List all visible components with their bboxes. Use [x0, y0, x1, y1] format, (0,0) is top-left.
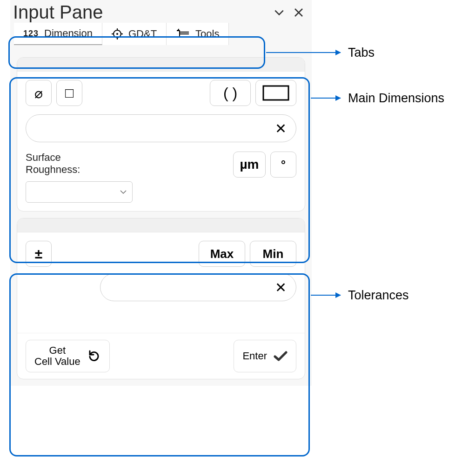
- frame-icon: [262, 85, 289, 101]
- plusminus-button[interactable]: ±: [26, 241, 52, 267]
- micron-icon: µm: [240, 157, 259, 172]
- tab-tools[interactable]: Tools: [167, 23, 229, 45]
- close-button[interactable]: [290, 4, 307, 21]
- get-cell-line2: Cell Value: [34, 356, 80, 367]
- chevron-down-icon: [273, 7, 285, 19]
- tab-gdt[interactable]: GD&T: [102, 23, 167, 45]
- callout-tabs-label: Tabs: [348, 46, 375, 60]
- surface-roughness-label: Surface: [26, 152, 80, 164]
- parens-icon: ( ): [223, 85, 237, 102]
- dimension-input-wrap: ✕: [26, 114, 296, 142]
- tab-dimension[interactable]: 123 Dimension: [14, 23, 102, 45]
- tolerance-input[interactable]: [110, 281, 270, 294]
- tolerances-panel: ± Max Min ✕ Get Cell Value: [17, 218, 305, 379]
- degree-button[interactable]: °: [270, 152, 296, 178]
- chevron-down-icon: [119, 188, 127, 196]
- pane-header: Input Pane: [10, 0, 312, 23]
- clear-tolerance-button[interactable]: ✕: [270, 279, 287, 296]
- tab-label: Tools: [195, 28, 219, 40]
- number-icon: 123: [23, 29, 39, 39]
- plusminus-icon: ±: [35, 246, 42, 262]
- enter-button[interactable]: Enter: [234, 340, 296, 372]
- clear-dimension-button[interactable]: ✕: [270, 120, 287, 137]
- get-cell-value-button[interactable]: Get Cell Value: [26, 340, 110, 372]
- tolerance-symbol-row: ± Max Min: [26, 241, 296, 267]
- callout-arrow: [266, 52, 341, 53]
- degree-icon: °: [281, 158, 286, 172]
- panel-footer: Get Cell Value Enter: [17, 333, 305, 379]
- micron-button[interactable]: µm: [233, 152, 266, 178]
- collapse-button[interactable]: [271, 4, 288, 21]
- callout-arrow: [311, 98, 341, 99]
- enter-label: Enter: [242, 350, 267, 362]
- tolerance-input-wrap: ✕: [100, 273, 296, 301]
- callout-main-label: Main Dimensions: [348, 91, 444, 106]
- callout-tol-label: Tolerances: [348, 288, 409, 303]
- pane-title: Input Pane: [13, 2, 268, 23]
- min-label: Min: [263, 247, 284, 261]
- diameter-button[interactable]: ⌀: [26, 80, 52, 106]
- panel-header: [17, 218, 305, 232]
- max-label: Max: [210, 247, 234, 261]
- tabs-row: 123 Dimension GD&T Tools: [10, 23, 312, 45]
- min-button[interactable]: Min: [250, 241, 296, 267]
- square-button[interactable]: □: [56, 80, 82, 106]
- tab-label: GD&T: [128, 28, 157, 40]
- panel-header: [17, 58, 305, 72]
- check-icon: [274, 350, 288, 362]
- parens-button[interactable]: ( ): [210, 80, 251, 106]
- frame-button[interactable]: [255, 80, 296, 106]
- svg-rect-2: [263, 86, 288, 100]
- max-button[interactable]: Max: [199, 241, 245, 267]
- square-icon: □: [65, 85, 74, 101]
- close-icon: [293, 7, 304, 18]
- caliper-icon: [176, 29, 190, 39]
- input-pane: Input Pane 123 Dimension GD&T Tools: [10, 0, 312, 386]
- surface-roughness-label2: Roughness:: [26, 164, 80, 176]
- diameter-icon: ⌀: [34, 85, 43, 101]
- symbol-row: ⌀ □ ( ): [26, 80, 296, 106]
- tab-label: Dimension: [44, 27, 93, 40]
- get-cell-line1: Get: [49, 345, 66, 356]
- callout-arrow: [311, 295, 341, 296]
- roughness-select[interactable]: [26, 181, 133, 203]
- refresh-icon: [87, 350, 101, 362]
- target-icon: [112, 28, 123, 40]
- main-dimensions-panel: ⌀ □ ( ) ✕ Surface Roughness: µm °: [17, 57, 305, 212]
- dimension-input[interactable]: [35, 122, 270, 135]
- svg-point-1: [116, 33, 118, 35]
